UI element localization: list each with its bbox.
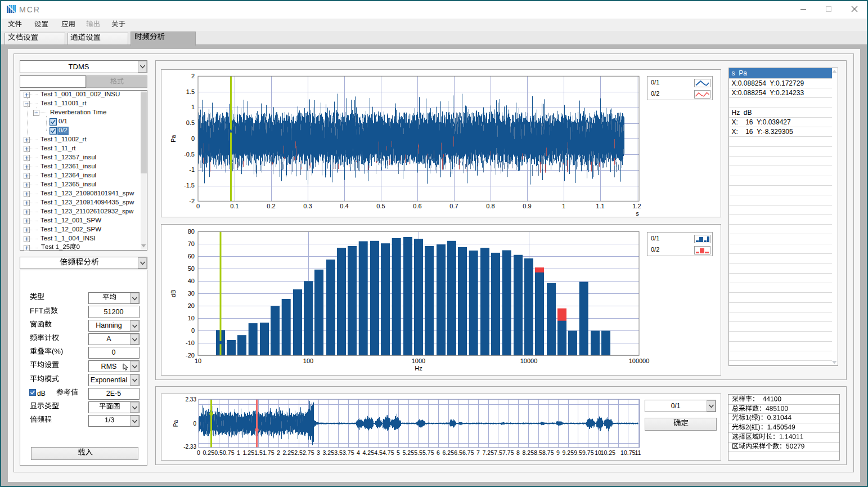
svg-text:60: 60 [188, 253, 195, 260]
svg-text:0.3: 0.3 [303, 203, 312, 209]
svg-text:0.8: 0.8 [486, 203, 494, 209]
svg-text:1.25: 1.25 [243, 449, 255, 456]
svg-text:-1: -1 [189, 166, 195, 173]
svg-text:2.25: 2.25 [283, 449, 295, 456]
svg-text:3.25: 3.25 [323, 449, 335, 456]
svg-text:0: 0 [191, 327, 195, 334]
svg-text:1: 1 [191, 104, 195, 110]
svg-text:4.5: 4.5 [374, 449, 383, 456]
svg-text:9.25: 9.25 [563, 449, 574, 456]
svg-text:30: 30 [188, 290, 195, 297]
svg-text:Hz: Hz [415, 365, 422, 372]
svg-text:1.5: 1.5 [254, 449, 263, 456]
svg-text:9.75: 9.75 [582, 449, 594, 456]
svg-text:8.5: 8.5 [534, 449, 542, 456]
svg-text:-10: -10 [186, 339, 195, 346]
svg-text:40: 40 [188, 278, 195, 284]
svg-text:3.5: 3.5 [334, 449, 343, 456]
svg-text:3.75: 3.75 [343, 449, 354, 456]
svg-text:0.5: 0.5 [186, 119, 195, 126]
svg-text:6.25: 6.25 [443, 449, 455, 456]
svg-text:0.4: 0.4 [340, 203, 348, 209]
svg-text:2: 2 [191, 72, 195, 79]
svg-text:4.75: 4.75 [383, 449, 394, 456]
svg-text:7.25: 7.25 [483, 449, 494, 456]
svg-text:6.75: 6.75 [462, 449, 474, 456]
svg-text:-2.33: -2.33 [183, 444, 196, 450]
svg-text:1.75: 1.75 [263, 449, 275, 456]
svg-text:2.33: 2.33 [186, 396, 197, 403]
svg-text:2.75: 2.75 [303, 449, 314, 456]
svg-text:s: s [636, 210, 639, 217]
svg-text:0.1: 0.1 [230, 203, 239, 209]
svg-text:0: 0 [193, 421, 196, 427]
svg-text:-1.5: -1.5 [184, 182, 195, 189]
svg-text:8: 8 [516, 449, 520, 456]
svg-text:7.75: 7.75 [502, 449, 514, 456]
svg-text:1.5: 1.5 [186, 88, 195, 95]
svg-text:0.9: 0.9 [523, 203, 531, 209]
svg-text:4.25: 4.25 [363, 449, 375, 456]
svg-text:7: 7 [476, 449, 480, 456]
svg-text:6.5: 6.5 [454, 449, 462, 456]
svg-text:0.75: 0.75 [223, 449, 235, 456]
svg-text:10000: 10000 [520, 358, 538, 364]
svg-text:-20: -20 [186, 352, 195, 359]
svg-text:10: 10 [195, 358, 201, 364]
svg-text:10.25: 10.25 [601, 449, 615, 456]
svg-text:0: 0 [196, 203, 200, 209]
svg-text:6: 6 [437, 449, 440, 456]
svg-text:4: 4 [357, 449, 360, 456]
svg-text:80: 80 [188, 228, 195, 235]
svg-text:10: 10 [188, 315, 195, 321]
svg-text:Pa: Pa [170, 134, 177, 142]
svg-text:5.5: 5.5 [414, 449, 422, 456]
svg-text:20: 20 [188, 302, 195, 309]
svg-text:100: 100 [303, 358, 313, 364]
svg-text:10.75: 10.75 [620, 449, 635, 456]
svg-text:11: 11 [635, 449, 641, 456]
svg-text:7.5: 7.5 [494, 449, 502, 456]
svg-text:50: 50 [188, 265, 195, 272]
svg-text:1: 1 [237, 449, 240, 456]
svg-text:0.5: 0.5 [376, 203, 385, 209]
svg-text:70: 70 [188, 240, 195, 247]
svg-text:1: 1 [562, 203, 565, 209]
svg-text:dB: dB [170, 290, 177, 297]
svg-text:5: 5 [397, 449, 400, 456]
svg-text:8.75: 8.75 [542, 449, 554, 456]
svg-text:5.75: 5.75 [422, 449, 434, 456]
svg-text:0.2: 0.2 [267, 203, 275, 209]
svg-text:Pa: Pa [173, 419, 179, 427]
svg-text:1.1: 1.1 [596, 203, 604, 209]
svg-text:9: 9 [556, 449, 560, 456]
svg-text:5.25: 5.25 [403, 449, 415, 456]
svg-text:9.5: 9.5 [574, 449, 582, 456]
svg-text:0.6: 0.6 [413, 203, 421, 209]
svg-text:1000: 1000 [412, 358, 425, 364]
svg-text:3: 3 [317, 449, 320, 456]
svg-text:2: 2 [277, 449, 280, 456]
svg-text:-2: -2 [189, 197, 195, 204]
svg-text:0: 0 [191, 135, 195, 141]
svg-text:2.5: 2.5 [294, 449, 303, 456]
svg-text:1.2: 1.2 [632, 203, 641, 209]
svg-text:0.5: 0.5 [214, 449, 223, 456]
svg-text:0.7: 0.7 [449, 203, 458, 209]
svg-text:0.25: 0.25 [203, 449, 215, 456]
svg-text:100000: 100000 [629, 358, 650, 364]
svg-text:0: 0 [197, 449, 200, 456]
svg-text:-0.5: -0.5 [184, 150, 195, 157]
svg-text:8.25: 8.25 [523, 449, 534, 456]
